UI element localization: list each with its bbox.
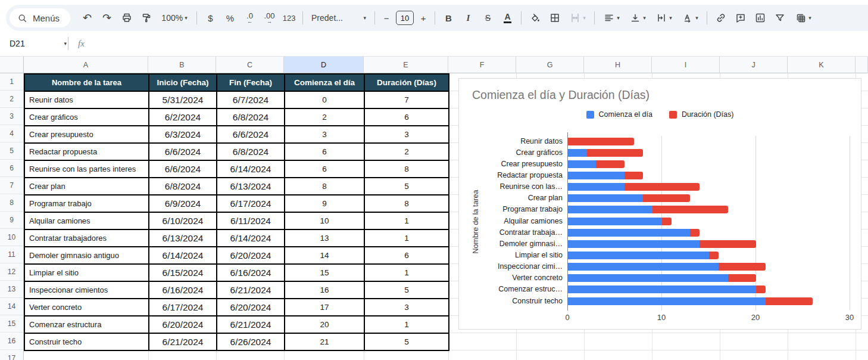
text-rotation-button[interactable]: ▾ <box>677 8 703 28</box>
table-cell[interactable]: 6/21/2024 <box>217 316 285 334</box>
row-header-16[interactable]: 16 <box>0 333 24 350</box>
table-cell[interactable]: Redactar propuesta <box>25 144 149 161</box>
table-cell[interactable]: 5 <box>365 282 449 299</box>
column-header-G[interactable]: G <box>516 57 584 73</box>
table-cell[interactable]: 1 <box>365 265 449 282</box>
table-cell[interactable]: Construir techo <box>25 334 149 351</box>
table-cell[interactable]: 6 <box>365 247 449 265</box>
table-cell[interactable]: 7 <box>365 92 449 109</box>
row-header-3[interactable]: 3 <box>0 108 24 125</box>
table-cell[interactable]: 6 <box>285 144 365 161</box>
table-cell[interactable]: Reunir datos <box>25 92 149 109</box>
table-cell[interactable]: Limpiar el sitio <box>25 265 149 282</box>
table-cell[interactable]: 6/8/2024 <box>217 144 285 161</box>
insert-table-button[interactable]: ▾ <box>789 8 817 28</box>
table-cell[interactable]: 6/17/2024 <box>217 195 285 213</box>
column-header-D[interactable]: D <box>284 57 364 73</box>
select-all-corner[interactable] <box>0 57 24 73</box>
text-color-button[interactable]: A <box>498 8 517 28</box>
italic-button[interactable]: I <box>458 8 478 28</box>
table-header-cell[interactable]: Inicio (Fecha) <box>149 75 217 92</box>
table-cell[interactable]: Demoler gimnasio antiguo <box>25 247 149 265</box>
table-header-cell[interactable]: Comienza el día <box>285 75 365 92</box>
table-cell[interactable]: 6/15/2024 <box>149 265 217 282</box>
table-cell[interactable]: 14 <box>285 247 365 265</box>
table-cell[interactable]: 6/17/2024 <box>149 299 217 316</box>
insert-link-button[interactable] <box>711 8 730 28</box>
table-cell[interactable]: 6 <box>285 161 365 178</box>
create-filter-button[interactable] <box>770 8 789 28</box>
table-cell[interactable]: 1 <box>365 230 449 247</box>
table-cell[interactable]: 1 <box>365 213 449 230</box>
bold-button[interactable]: B <box>439 8 458 28</box>
table-cell[interactable]: 6/16/2024 <box>149 282 217 299</box>
borders-button[interactable] <box>545 8 564 28</box>
vertical-align-button[interactable]: ▾ <box>625 8 651 28</box>
undo-button[interactable]: ↶ <box>77 8 97 28</box>
table-cell[interactable]: 6/9/2024 <box>149 195 217 213</box>
table-cell[interactable]: 6/20/2024 <box>217 247 285 265</box>
table-cell[interactable]: Programar trabajo <box>25 195 149 213</box>
column-header-A[interactable]: A <box>24 57 148 73</box>
table-cell[interactable]: 6/14/2024 <box>217 161 285 178</box>
table-cell[interactable]: 2 <box>285 109 365 126</box>
decrease-font-size-button[interactable]: − <box>379 8 394 28</box>
table-cell[interactable]: 6/8/2024 <box>217 109 285 126</box>
table-cell[interactable]: 3 <box>365 126 449 144</box>
table-cell[interactable]: 20 <box>285 316 365 334</box>
table-cell[interactable]: 13 <box>285 230 365 247</box>
increase-decimal-button[interactable]: .00 → <box>260 8 279 28</box>
row-header-1[interactable]: 1 <box>0 73 24 91</box>
table-cell[interactable]: 0 <box>285 92 365 109</box>
row-header-9[interactable]: 9 <box>0 212 24 229</box>
table-cell[interactable]: 6/8/2024 <box>149 178 217 195</box>
table-cell[interactable]: 2 <box>365 144 449 161</box>
menus-search-button[interactable]: Menús <box>10 8 70 27</box>
table-cell[interactable]: Contratar trabajadores <box>25 230 149 247</box>
table-cell[interactable]: 8 <box>285 178 365 195</box>
table-cell[interactable]: 6/20/2024 <box>149 316 217 334</box>
table-header-cell[interactable]: Duración (Días) <box>365 75 449 92</box>
table-cell[interactable]: Verter concreto <box>25 299 149 316</box>
decrease-decimal-button[interactable]: .0 ← <box>240 8 260 28</box>
row-header-10[interactable]: 10 <box>0 229 24 246</box>
table-cell[interactable]: 6/6/2024 <box>149 144 217 161</box>
font-format-select[interactable]: Predet... ▾ <box>307 8 371 28</box>
column-header-I[interactable]: I <box>652 57 720 73</box>
zoom-select[interactable]: 100% ▾ <box>156 8 193 28</box>
column-header-J[interactable]: J <box>720 57 788 73</box>
table-cell[interactable]: 6/26/2024 <box>217 334 285 351</box>
column-header-F[interactable]: F <box>448 57 516 73</box>
row-header-7[interactable]: 7 <box>0 177 24 194</box>
table-cell[interactable]: 6/7/2024 <box>217 92 285 109</box>
table-cell[interactable]: 1 <box>365 316 449 334</box>
table-cell[interactable]: Inspeccionar cimientos <box>25 282 149 299</box>
percent-format-button[interactable]: % <box>220 8 240 28</box>
row-header-4[interactable]: 4 <box>0 125 24 142</box>
table-cell[interactable]: 3 <box>285 126 365 144</box>
table-cell[interactable]: 6/6/2024 <box>217 126 285 144</box>
row-header-2[interactable]: 2 <box>0 91 24 108</box>
table-cell[interactable]: 5 <box>365 178 449 195</box>
merge-cells-button[interactable]: ▾ <box>564 8 591 28</box>
table-cell[interactable]: 9 <box>285 195 365 213</box>
paint-format-button[interactable] <box>136 8 156 28</box>
name-box[interactable]: D21 ▾ <box>0 39 67 48</box>
row-header-14[interactable]: 14 <box>0 298 24 315</box>
fx-icon[interactable]: fx <box>78 39 85 49</box>
insert-comment-button[interactable] <box>730 8 750 28</box>
table-cell[interactable]: 5/31/2024 <box>149 92 217 109</box>
table-header-cell[interactable]: Fin (Fecha) <box>217 75 285 92</box>
table-cell[interactable]: 6 <box>365 109 449 126</box>
table-cell[interactable]: Reunirse con las partes interes <box>25 161 149 178</box>
table-cell[interactable]: 5 <box>365 334 449 351</box>
table-cell[interactable]: Crear plan <box>25 178 149 195</box>
table-cell[interactable]: 8 <box>365 161 449 178</box>
currency-format-button[interactable]: $ <box>201 8 220 28</box>
font-size-input[interactable]: 10 <box>396 11 414 25</box>
row-header-15[interactable]: 15 <box>0 315 24 333</box>
table-cell[interactable]: 21 <box>285 334 365 351</box>
table-cell[interactable]: 3 <box>365 299 449 316</box>
table-cell[interactable]: Alquilar camiones <box>25 213 149 230</box>
text-wrap-button[interactable]: ▾ <box>651 8 677 28</box>
